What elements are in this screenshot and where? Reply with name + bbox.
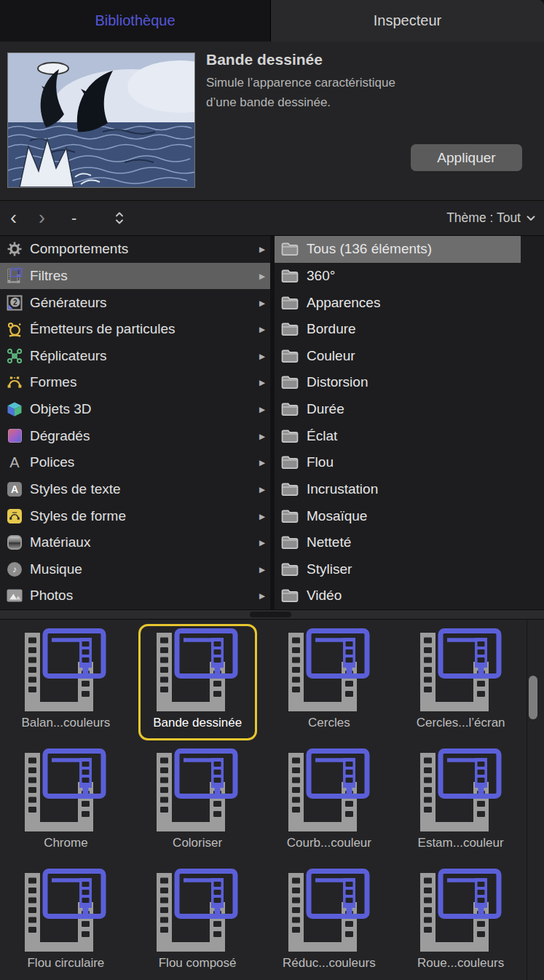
disclosure-triangle-icon: ▶ xyxy=(259,352,265,360)
theme-dropdown[interactable]: Thème : Tout xyxy=(446,210,535,226)
forward-chevron-icon[interactable]: › xyxy=(39,208,45,228)
scrollbar-track xyxy=(527,620,544,980)
tab-inspector[interactable]: Inspecteur xyxy=(271,0,544,42)
folders-column: Tous (136 éléments) 360° Apparences Bord… xyxy=(275,236,544,609)
folder-item-bordure[interactable]: Bordure xyxy=(275,316,544,343)
preview-thumbnail xyxy=(7,52,195,188)
sidebar-item-replicateurs[interactable]: Réplicateurs ▶ xyxy=(0,343,270,370)
folder-item-incrustation[interactable]: Incrustation xyxy=(275,476,544,503)
folder-item-distorsion[interactable]: Distorsion xyxy=(275,369,544,396)
folder-item-duree[interactable]: Durée xyxy=(275,396,544,423)
folder-icon xyxy=(280,320,299,338)
grid-item-flou-compose[interactable]: Flou composé xyxy=(132,869,264,980)
sidebar-item-generateurs[interactable]: 2 Générateurs ▶ xyxy=(0,289,270,316)
folder-item-styliser[interactable]: Styliser xyxy=(275,556,544,583)
folder-item-tous[interactable]: Tous (136 éléments) xyxy=(275,236,521,263)
tab-library[interactable]: Bibliothèque xyxy=(0,0,271,42)
svg-text:2: 2 xyxy=(13,298,17,306)
dolphin-comic-image xyxy=(8,53,194,187)
preview-title: Bande dessinée xyxy=(206,51,323,68)
folder-item-360[interactable]: 360° xyxy=(275,263,544,290)
divider-drag-handle[interactable] xyxy=(250,612,291,617)
filter-filmstrip-icon xyxy=(25,628,106,711)
folder-item-eclat[interactable]: Éclat xyxy=(275,422,544,449)
cube-3d-icon xyxy=(6,400,23,418)
folder-icon xyxy=(280,587,299,604)
grid-item-cercles[interactable]: Cercles xyxy=(264,628,395,748)
sidebar-item-filtres[interactable]: Filtres ▶ xyxy=(0,263,270,290)
text-style-icon: A xyxy=(6,481,23,498)
disclosure-triangle-icon: ▶ xyxy=(259,512,265,521)
folder-icon xyxy=(280,427,299,445)
folder-icon xyxy=(280,347,299,365)
filters-grid: Balan...couleurs Bande dessinée Cercles … xyxy=(0,620,544,980)
filter-filmstrip-icon xyxy=(420,628,502,711)
disclosure-triangle-icon: ▶ xyxy=(259,299,265,307)
sidebar-item-degrades[interactable]: Dégradés ▶ xyxy=(0,422,270,449)
grid-item-flou-circulaire[interactable]: Flou circulaire xyxy=(0,869,132,980)
grid-item-bande-dessinee[interactable]: Bande dessinée xyxy=(132,628,264,748)
disclosure-triangle-icon: ▶ xyxy=(259,432,265,440)
folder-icon xyxy=(280,561,299,578)
grid-item-reduction-couleurs[interactable]: Réduc...couleurs xyxy=(264,869,395,980)
sidebar-item-materiaux[interactable]: Matériaux ▶ xyxy=(0,529,270,556)
sidebar-item-objets-3d[interactable]: Objets 3D ▶ xyxy=(0,396,270,423)
library-toolbar: ‹ › - Thème : Tout xyxy=(0,200,544,236)
grid-item-chrome[interactable]: Chrome xyxy=(0,748,132,869)
filter-filmstrip-icon xyxy=(25,748,106,831)
apply-button[interactable]: Appliquer xyxy=(411,144,522,171)
bezier-shape-icon xyxy=(6,374,23,391)
back-chevron-icon[interactable]: ‹ xyxy=(10,208,17,228)
grid-item-coloriser[interactable]: Coloriser xyxy=(132,748,264,869)
music-icon: ♪ xyxy=(6,561,23,578)
split-divider xyxy=(0,609,544,620)
font-icon: A xyxy=(6,454,23,471)
preview-description: Simule l’apparence caractéristique d’une… xyxy=(206,73,395,112)
remove-minus-icon[interactable]: - xyxy=(71,210,76,226)
replicator-icon xyxy=(6,347,23,365)
folder-item-nettete[interactable]: Netteté xyxy=(275,529,544,556)
particle-emitter-icon xyxy=(6,320,23,338)
disclosure-triangle-icon: ▶ xyxy=(259,405,265,414)
folder-item-flou[interactable]: Flou xyxy=(275,449,544,476)
theme-dropdown-label: Thème : Tout xyxy=(446,210,521,226)
grid-item-cercles-ecran[interactable]: Cercles...l’écran xyxy=(395,628,527,748)
sidebar-item-styles-de-forme[interactable]: Styles de forme ▶ xyxy=(0,502,270,529)
grid-item-roue-couleurs[interactable]: Roue...couleurs xyxy=(395,869,527,980)
filter-filmstrip-icon xyxy=(420,869,502,952)
preview-description-line1: Simule l’apparence caractéristique xyxy=(206,73,395,92)
filter-filmstrip-icon xyxy=(157,869,238,952)
grid-item-courbes-couleur[interactable]: Courb...couleur xyxy=(264,748,395,869)
sidebar-item-photos[interactable]: Photos ▶ xyxy=(0,582,270,609)
folder-item-video[interactable]: Vidéo xyxy=(275,582,544,609)
up-down-chevrons-icon xyxy=(114,211,125,225)
folder-icon xyxy=(280,481,299,498)
preview-description-line2: d’une bande dessinée. xyxy=(206,92,395,112)
disclosure-triangle-icon: ▶ xyxy=(259,325,265,333)
scrollbar-thumb[interactable] xyxy=(529,676,537,719)
folder-icon xyxy=(280,374,299,391)
stepper-icon[interactable] xyxy=(114,211,125,225)
grid-item-estampage-couleur[interactable]: Estam...couleur xyxy=(395,748,527,869)
sidebar-item-comportements[interactable]: Comportements ▶ xyxy=(0,236,270,263)
sidebar-item-musique[interactable]: ♪ Musique ▶ xyxy=(0,556,270,583)
sidebar-item-emetteurs[interactable]: Émetteurs de particules ▶ xyxy=(0,316,270,343)
folder-item-couleur[interactable]: Couleur xyxy=(275,343,544,370)
disclosure-triangle-icon: ▶ xyxy=(259,272,265,280)
sidebar-item-polices[interactable]: A Polices ▶ xyxy=(0,449,270,476)
categories-column: Comportements ▶ Filtres ▶ xyxy=(0,236,270,609)
sidebar-item-formes[interactable]: Formes ▶ xyxy=(0,369,270,396)
library-stack-lists: Comportements ▶ Filtres ▶ xyxy=(0,236,544,609)
gradient-icon xyxy=(6,427,23,445)
motion-library-panel: Bibliothèque Inspecteur xyxy=(0,0,544,980)
filter-filmstrip-icon xyxy=(25,869,106,952)
sidebar-item-styles-de-texte[interactable]: A Styles de texte ▶ xyxy=(0,476,270,503)
filter-filmstrip-icon xyxy=(420,748,502,831)
folder-item-mosaique[interactable]: Mosaïque xyxy=(275,502,544,529)
disclosure-triangle-icon: ▶ xyxy=(259,538,265,547)
preview-section: Bande dessinée Simule l’apparence caract… xyxy=(0,42,544,200)
disclosure-triangle-icon: ▶ xyxy=(259,485,265,494)
folder-item-apparences[interactable]: Apparences xyxy=(275,289,544,316)
grid-item-balance-couleurs[interactable]: Balan...couleurs xyxy=(0,628,132,748)
folder-icon xyxy=(280,507,299,525)
